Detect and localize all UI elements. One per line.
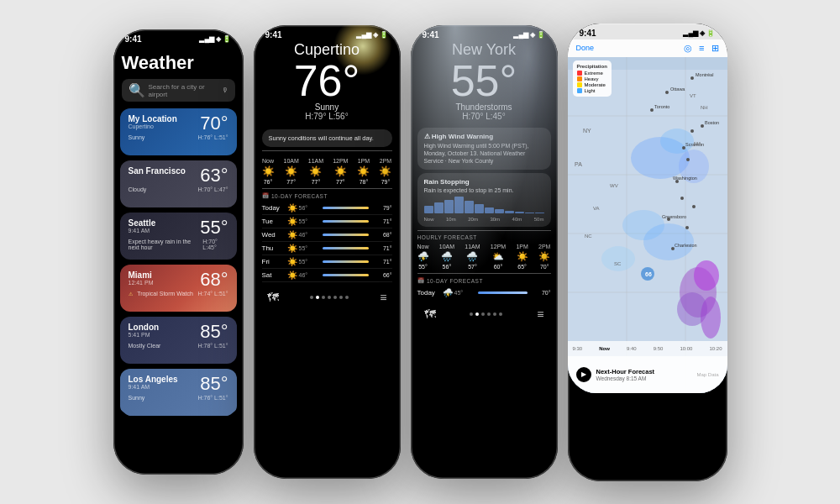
list-item-seattle[interactable]: Seattle 9:41 AM 55° Expect heavy rain in… [120, 213, 237, 260]
p2-forecast-row: Today ☀️ 56° 79° [262, 202, 392, 215]
list-icon[interactable]: ≡ [380, 291, 386, 304]
svg-text:Montréal: Montréal [696, 72, 713, 77]
p4-list-icon[interactable]: ≡ [699, 43, 704, 54]
p2-forecast-low: 46° [299, 272, 319, 278]
p2-forecast-bar [323, 260, 369, 263]
p2-forecast-icon: ☀️ [286, 257, 299, 266]
p4-play-button[interactable]: ▶ [576, 367, 591, 382]
p4-layers-icon[interactable]: ⊞ [711, 43, 719, 54]
p2-forecast-label: 📅 10-DAY FORECAST [262, 188, 392, 199]
list-item-sf[interactable]: San Francisco 63° Cloudy H:70° L:47° [120, 160, 237, 207]
item-cond-london: Mostly Clear [129, 343, 161, 349]
p2-hour-item: Now ☀️ 76° [262, 158, 275, 185]
p2-hero: Cupertino 76° Sunny H:79° L:56° [254, 41, 401, 126]
p2-forecast-high: 71° [372, 259, 392, 265]
status-bar-2: 9:41 ▂▄▆ ◈ 🔋 [254, 25, 401, 41]
p2-forecast-high: 71° [372, 245, 392, 251]
p2-dot-5 [333, 296, 337, 299]
p2-forecast-day: Wed [262, 231, 286, 239]
item-time-seattle: 9:41 AM [129, 228, 156, 234]
p2-page-dots [310, 296, 349, 299]
p2-hourly-row: Now ☀️ 76° 10AM ☀️ 77° 11AM ☀️ 77° 12PM … [262, 158, 392, 185]
p4-radar-map[interactable]: Montréal Ottawa Boston Toronto Scranton … [568, 57, 727, 393]
svg-point-20 [701, 124, 704, 128]
list-item-my-location[interactable]: My Location Cupertino 70° Sunny H:76° L:… [120, 108, 237, 155]
p2-dot-4 [328, 296, 331, 299]
item-name-la: Los Angeles [129, 375, 178, 384]
legend-extreme: Extreme [577, 71, 607, 76]
timeline-now: Now [599, 346, 610, 351]
list-item-la[interactable]: Los Angeles 9:41 AM 85° Sunny H:76° L:51… [120, 369, 237, 416]
svg-text:MA: MA [694, 141, 701, 146]
p2-forecast-day: Sat [262, 271, 286, 279]
status-time-3: 9:41 [423, 30, 439, 39]
svg-text:NC: NC [585, 234, 592, 239]
item-cond-miami: Tropical Storm Watch [137, 291, 193, 297]
p2-forecast-row: Wed ☀️ 46° 68° [262, 228, 392, 242]
phone-3-screen: 9:41 ▂▄▆ ◈ 🔋 New York 55° Thunderstorms … [411, 25, 558, 326]
p2-hour-label: 12PM [333, 158, 348, 164]
p2-dot-3 [322, 296, 325, 299]
p2-forecast-row: Tue ☀️ 55° 71° [262, 215, 392, 228]
item-temp-miami: 68° [200, 270, 228, 289]
item-cond-seattle: Expect heavy rain in the next hour [129, 239, 203, 250]
svg-text:NH: NH [701, 105, 708, 110]
svg-text:PA: PA [575, 161, 582, 167]
svg-point-24 [686, 158, 690, 161]
item-time-la: 9:41 AM [129, 384, 178, 390]
p4-next-hour-time: Wednesday 8:15 AM [596, 375, 655, 381]
item-temp-seattle: 55° [200, 218, 228, 237]
item-name-london: London [129, 323, 160, 332]
p2-forecast-low: 55° [299, 259, 319, 265]
legend-heavy: Heavy [577, 76, 607, 81]
timeline-label-6: 10:20 [709, 346, 722, 351]
p2-forecast-low: 55° [299, 218, 319, 224]
status-bar-3: 9:41 ▂▄▆ ◈ 🔋 [411, 25, 558, 41]
status-icons-2: ▂▄▆ ◈ 🔋 [356, 31, 388, 39]
p4-done-button[interactable]: Done [576, 44, 595, 52]
item-cond-mylocation: Sunny [129, 134, 145, 140]
phone-1-header: Weather 🔍 Search for a city or airport 🎙 [113, 45, 244, 105]
item-temp-sf: 63° [200, 166, 228, 185]
p2-forecast-section: 📅 10-DAY FORECAST Today ☀️ 56° 79° Tue ☀… [262, 188, 392, 282]
list-item-london[interactable]: London 5:41 PM 85° Mostly Clear H:78° L:… [120, 317, 237, 364]
p2-hour-label: 11AM [308, 158, 323, 164]
p2-forecast-high: 71° [372, 218, 392, 224]
status-bar-1: 9:41 ▂▄▆ ◈ 🔋 [113, 29, 244, 45]
p2-hour-icon: ☀️ [379, 165, 391, 177]
p1-search-bar[interactable]: 🔍 Search for a city or airport 🎙 [122, 79, 235, 102]
storm-background [411, 25, 558, 326]
p2-forecast-bar [323, 207, 369, 209]
status-time-2: 9:41 [265, 30, 282, 39]
item-temp-london: 85° [200, 323, 228, 341]
item-time-miami: 12:41 PM [129, 280, 154, 286]
legend-color-moderate [577, 82, 582, 87]
p4-next-hour[interactable]: ▶ Next-Hour Forecast Wednesday 8:15 AM M… [568, 356, 727, 393]
p2-forecast-low: 46° [299, 232, 319, 238]
item-temp-la: 85° [200, 375, 228, 393]
p2-forecast-high: 66° [372, 272, 392, 278]
list-item-miami[interactable]: Miami 12:41 PM 68° ⚠ Tropical Storm Watc… [120, 265, 237, 312]
svg-text:VT: VT [690, 93, 696, 98]
p2-hourly-label [262, 150, 392, 155]
p2-forecast-bar [323, 274, 369, 276]
svg-point-19 [665, 91, 669, 94]
legend-light: Light [577, 88, 607, 93]
p4-location-icon[interactable]: ◎ [684, 43, 692, 54]
p2-hour-icon: ☀️ [309, 165, 322, 177]
phone-2-cupertino: 9:41 ▂▄▆ ◈ 🔋 Cupertino 76° Sunny H:79° L… [254, 25, 401, 479]
svg-text:SC: SC [614, 261, 622, 266]
p2-hour-item: 10AM ☀️ 77° [284, 158, 299, 185]
svg-text:Ottawa: Ottawa [670, 87, 685, 92]
item-name-mylocation: My Location [129, 114, 177, 123]
phone-3-newyork: 9:41 ▂▄▆ ◈ 🔋 New York 55° Thunderstorms … [411, 25, 558, 479]
map-icon[interactable]: 🗺 [267, 291, 279, 304]
item-hl-sf: H:70° L:47° [198, 186, 228, 192]
p2-forecast-row: Thu ☀️ 55° 71° [262, 242, 392, 255]
legend-label-moderate: Moderate [585, 82, 606, 87]
p2-hour-label: 2PM [380, 158, 391, 164]
p2-dot-6 [339, 296, 343, 299]
p2-hour-temp: 79° [381, 179, 391, 185]
p2-forecast-high: 68° [372, 232, 392, 238]
item-name-seattle: Seattle [129, 218, 156, 228]
